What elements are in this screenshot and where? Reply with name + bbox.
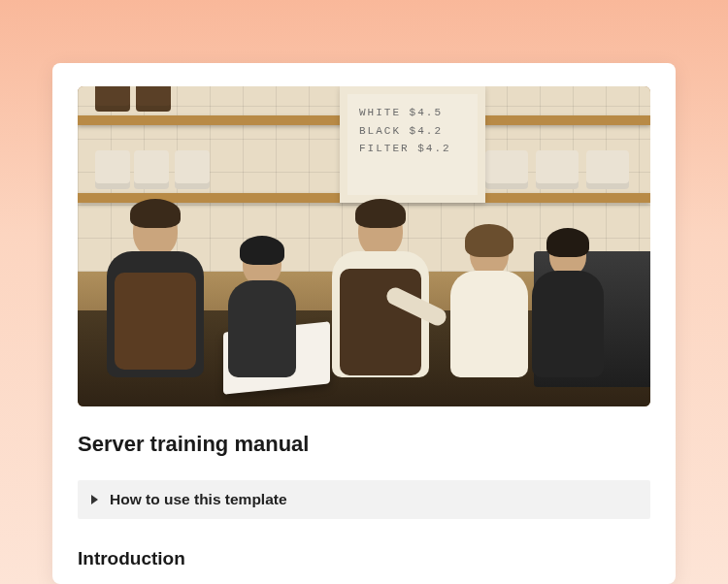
canister	[175, 150, 210, 189]
barista-figure	[97, 205, 214, 377]
hero-scene: WHITE $4.5 BLACK $4.2 FILTER $4.2	[78, 86, 650, 406]
menu-line: BLACK $4.2	[359, 122, 466, 141]
canister	[536, 150, 579, 189]
caret-right-icon	[91, 495, 98, 504]
canister	[586, 150, 629, 189]
menu-line: WHITE $4.5	[359, 104, 466, 122]
barista-figure	[524, 234, 612, 377]
canister	[485, 150, 528, 189]
canister	[134, 150, 169, 189]
barista-figure	[443, 230, 536, 377]
document-card: WHITE $4.5 BLACK $4.2 FILTER $4.2	[52, 63, 676, 584]
canister	[136, 86, 171, 112]
menu-board: WHITE $4.5 BLACK $4.2 FILTER $4.2	[340, 86, 485, 203]
barista-figure	[223, 242, 301, 377]
canister	[95, 150, 130, 189]
canister	[95, 86, 130, 112]
section-heading: Introduction	[78, 548, 650, 569]
collapse-toggle[interactable]: How to use this template	[78, 480, 650, 519]
collapse-label: How to use this template	[110, 491, 287, 508]
barista-figure	[322, 205, 439, 377]
menu-line: FILTER $4.2	[359, 140, 466, 158]
page-title: Server training manual	[78, 432, 650, 457]
hero-image: WHITE $4.5 BLACK $4.2 FILTER $4.2	[78, 86, 650, 406]
